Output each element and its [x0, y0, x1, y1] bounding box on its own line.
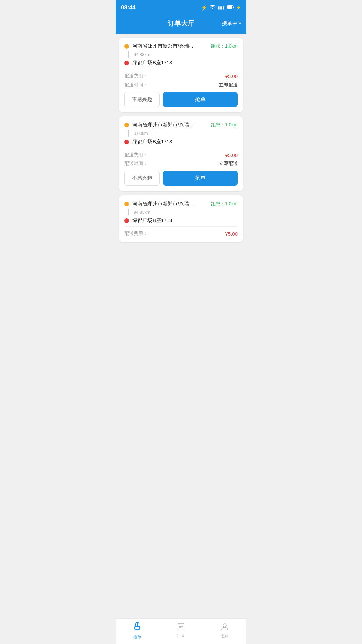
delivery-row-2: 绿都广场B座1713: [124, 139, 238, 145]
route-3: 河南省郑州市新郑市/兴瑞·... 距您：1.0km 94.83km 绿都广场B座…: [124, 201, 238, 225]
action-buttons-2: 不感兴趣 抢单: [124, 171, 238, 186]
pickup-dot-3: [124, 202, 129, 206]
distance-from-me-3: 距您：1.0km: [211, 201, 238, 207]
action-buttons-1: 不感兴趣 抢单: [124, 92, 238, 107]
route-line-2: 0.00km: [124, 129, 238, 137]
time-label-1: 配送时间：: [124, 82, 148, 88]
pickup-dot-2: [124, 123, 129, 127]
delivery-address-1: 绿都广场B座1713: [132, 60, 238, 66]
svg-point-8: [223, 624, 226, 627]
order-list: 河南省郑州市新郑市/兴瑞·... 距您：1.0km 94.83km 绿都广场B座…: [116, 34, 246, 273]
svg-point-0: [212, 8, 213, 9]
delivery-info-2: 配送费用： ¥5.00 配送时间： 立即配送: [124, 148, 238, 167]
nav-item-orders[interactable]: 订单: [159, 622, 203, 639]
route-2: 河南省郑州市新郑市/兴瑞·... 距您：1.0km 0.00km 绿都广场B座1…: [124, 122, 238, 146]
delivery-row-1: 绿都广场B座1713: [124, 60, 238, 66]
bottom-nav: 抢单 订单 我的: [116, 618, 246, 644]
svg-rect-3: [233, 7, 234, 8]
svg-rect-4: [178, 623, 184, 630]
delivery-address-2: 绿都广场B座1713: [132, 139, 238, 145]
pickup-address-3: 河南省郑州市新郑市/兴瑞·...: [132, 201, 205, 207]
reject-button-1[interactable]: 不感兴趣: [124, 92, 160, 107]
fee-label-2: 配送费用：: [124, 152, 148, 158]
pickup-row-2: 河南省郑州市新郑市/兴瑞·... 距您：1.0km: [124, 122, 238, 128]
fee-value-2: ¥5.00: [225, 152, 238, 158]
delivery-address-3: 绿都广场B座1713: [132, 217, 238, 224]
svg-rect-2: [227, 6, 232, 9]
nav-item-grab[interactable]: 抢单: [116, 621, 159, 640]
wifi-icon: [209, 5, 216, 11]
mine-nav-label: 我的: [221, 634, 229, 639]
grab-button-1[interactable]: 抢单: [163, 92, 238, 107]
route-km-1: 94.83km: [134, 52, 150, 57]
pickup-dot-1: [124, 44, 129, 49]
time-row-2: 配送时间： 立即配送: [124, 161, 238, 167]
fee-row-3: 配送费用： ¥5.00: [124, 231, 238, 237]
time-label-2: 配送时间：: [124, 161, 148, 167]
order-card-3: 河南省郑州市新郑市/兴瑞·... 距您：1.0km 94.83km 绿都广场B座…: [119, 195, 243, 242]
time-value-2: 立即配送: [219, 161, 238, 167]
fee-label-1: 配送费用：: [124, 73, 148, 79]
orders-nav-icon: [177, 622, 185, 632]
order-card-1: 河南省郑州市新郑市/兴瑞·... 距您：1.0km 94.83km 绿都广场B座…: [119, 38, 243, 112]
grab-nav-icon: [133, 621, 142, 633]
fee-value-3: ¥5.00: [225, 231, 238, 237]
orders-nav-label: 订单: [177, 634, 185, 639]
delivery-dot-3: [124, 218, 129, 223]
time-row-1: 配送时间： 立即配送: [124, 82, 238, 88]
fee-label-3: 配送费用：: [124, 231, 148, 237]
delivery-info-1: 配送费用： ¥5.00 配送时间： 立即配送: [124, 69, 238, 88]
grab-button-2[interactable]: 抢单: [163, 171, 238, 186]
app-header: 订单大厅 接单中 ▾: [116, 15, 246, 34]
grab-nav-label: 抢单: [133, 634, 141, 640]
route-km-3: 94.83km: [134, 210, 150, 215]
delivery-info-3: 配送费用： ¥5.00: [124, 226, 238, 237]
status-bar: 08:44 ⚡ ▮▮▮ ⚡: [116, 0, 246, 15]
distance-from-me-2: 距您：1.0km: [211, 122, 238, 128]
time-value-1: 立即配送: [219, 82, 238, 88]
fee-row-1: 配送费用： ¥5.00: [124, 73, 238, 79]
route-line-3: 94.83km: [124, 208, 238, 216]
reject-button-2[interactable]: 不感兴趣: [124, 171, 160, 186]
mine-nav-icon: [220, 622, 229, 632]
route-line-1: 94.83km: [124, 50, 238, 58]
delivery-dot-1: [124, 61, 129, 65]
delivery-row-3: 绿都广场B座1713: [124, 217, 238, 224]
status-icons: ⚡ ▮▮▮ ⚡: [201, 5, 241, 11]
pickup-row-1: 河南省郑州市新郑市/兴瑞·... 距您：1.0km: [124, 43, 238, 49]
fee-value-1: ¥5.00: [225, 73, 238, 79]
status-time: 08:44: [121, 4, 135, 11]
pickup-address-2: 河南省郑州市新郑市/兴瑞·...: [132, 122, 205, 128]
chevron-down-icon: ▾: [239, 21, 241, 26]
delivery-dot-2: [124, 140, 129, 144]
accepting-orders-label: 接单中: [222, 20, 238, 27]
route-km-2: 0.00km: [134, 131, 148, 136]
nav-item-mine[interactable]: 我的: [203, 622, 246, 639]
order-card-2: 河南省郑州市新郑市/兴瑞·... 距您：1.0km 0.00km 绿都广场B座1…: [119, 116, 243, 191]
usb-icon: ⚡: [201, 5, 207, 11]
pickup-address-1: 河南省郑州市新郑市/兴瑞·...: [132, 43, 205, 49]
pickup-row-3: 河南省郑州市新郑市/兴瑞·... 距您：1.0km: [124, 201, 238, 207]
battery-icon: [227, 5, 234, 11]
charge-icon: ⚡: [236, 5, 241, 10]
distance-from-me-1: 距您：1.0km: [211, 43, 238, 49]
page-title: 订单大厅: [168, 19, 194, 28]
fee-row-2: 配送费用： ¥5.00: [124, 152, 238, 158]
signal-icon: ▮▮▮: [218, 5, 225, 10]
header-status[interactable]: 接单中 ▾: [222, 20, 241, 27]
route-1: 河南省郑州市新郑市/兴瑞·... 距您：1.0km 94.83km 绿都广场B座…: [124, 43, 238, 67]
